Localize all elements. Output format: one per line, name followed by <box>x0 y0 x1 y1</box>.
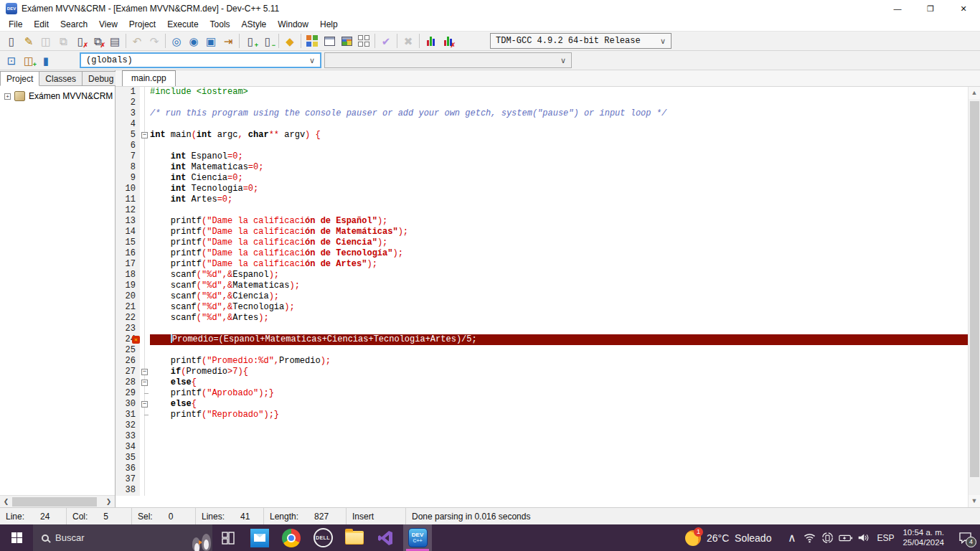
undo-button[interactable]: ↶ <box>128 32 146 50</box>
compiler-select[interactable]: TDM-GCC 4.9.2 64-bit Release ∨ <box>490 33 672 49</box>
add-to-project-button[interactable]: ▯+ <box>242 32 259 50</box>
menu-window[interactable]: Window <box>272 18 314 31</box>
line-number: 17 <box>116 259 140 270</box>
close-file-button[interactable]: ▯✗ <box>72 32 89 50</box>
mail-app-button[interactable] <box>245 524 274 551</box>
fold-margin[interactable]: − <box>140 367 150 377</box>
menu-search[interactable]: Search <box>55 18 93 31</box>
profile-delete-button[interactable]: ✗ <box>439 32 456 50</box>
menu-file[interactable]: File <box>3 18 28 31</box>
visual-studio-icon <box>377 529 395 547</box>
class-browser-toolbar: ⊡◫+▮ (globals) ∨ ∨ <box>0 51 980 70</box>
project-tree-root[interactable]: + Exámen MVVN&CRM <box>1 91 113 101</box>
line-number: 15 <box>116 237 140 248</box>
code-line-15: 15 printf("Dame la calificación de Cienc… <box>116 237 968 248</box>
line-number: 30 <box>116 399 140 410</box>
goto-declaration-button[interactable]: ⊡ <box>3 52 20 69</box>
menu-tools[interactable]: Tools <box>204 18 236 31</box>
hscroll-thumb[interactable] <box>12 497 97 507</box>
open-file-button[interactable]: ✎ <box>20 32 37 50</box>
members-select[interactable]: ∨ <box>324 52 572 68</box>
code-line-13: 13 printf("Dame la calificación de Españ… <box>116 216 968 227</box>
run-button[interactable] <box>321 32 338 50</box>
project-properties-button[interactable]: ◆ <box>281 32 298 50</box>
notification-badge: 4 <box>966 537 976 547</box>
fold-margin[interactable]: − <box>140 130 150 141</box>
profile-button[interactable] <box>422 32 439 50</box>
compile-button[interactable] <box>303 32 321 50</box>
scroll-left-icon[interactable]: ❮ <box>0 498 12 505</box>
abort-compilation-button[interactable]: ✖ <box>400 32 417 50</box>
rebuild-all-button[interactable] <box>355 32 372 50</box>
battery-icon[interactable] <box>837 524 854 551</box>
file-explorer-button[interactable] <box>340 524 369 551</box>
toggle-bookmarks-button[interactable]: ▮ <box>37 52 55 69</box>
menu-execute[interactable]: Execute <box>161 18 204 31</box>
menu-project[interactable]: Project <box>123 18 161 31</box>
code-line-12: 12 <box>116 205 968 216</box>
tab-main-cpp[interactable]: main.cpp <box>122 70 176 86</box>
clock-date: 25/04/2024 <box>903 538 944 548</box>
scroll-down-icon[interactable]: ▼ <box>969 495 980 507</box>
save-button[interactable]: ◫ <box>37 32 55 50</box>
goto-line-button[interactable]: ▣ <box>202 32 220 50</box>
restore-button[interactable]: ❐ <box>914 0 947 17</box>
start-button[interactable] <box>0 524 33 551</box>
clock[interactable]: 10:54 a. m. 25/04/2024 <box>903 528 944 547</box>
close-all-button[interactable]: ⧉✗ <box>89 32 106 50</box>
new-source-file-button[interactable]: ◫+ <box>20 52 37 69</box>
menu-edit[interactable]: Edit <box>28 18 55 31</box>
task-view-button[interactable] <box>214 524 242 551</box>
find-button[interactable]: ◎ <box>168 32 185 50</box>
editor-vscrollbar[interactable]: ▲ ▼ <box>968 87 980 507</box>
fold-margin[interactable]: − <box>140 377 150 388</box>
line-number: 25 <box>116 345 140 356</box>
tab-project[interactable]: Project <box>0 71 39 86</box>
vscroll-thumb[interactable] <box>970 101 979 477</box>
close-button[interactable]: ✕ <box>947 0 980 17</box>
chevron-down-icon: ∨ <box>560 56 566 65</box>
code-line-17: 17 printf("Dame la calificación de Artes… <box>116 259 968 270</box>
visual-studio-button[interactable] <box>372 524 400 551</box>
syntax-check-button[interactable]: ✔ <box>377 32 395 50</box>
line-number: 28 <box>116 377 140 388</box>
code-line-38: 38 <box>116 485 968 496</box>
weather-widget[interactable]: 1 26°C Soleado <box>685 530 771 546</box>
notification-center-button[interactable]: 4 <box>950 524 980 551</box>
print-button[interactable]: ▤ <box>106 32 123 50</box>
taskbar-search[interactable]: Buscar <box>33 524 212 551</box>
fold-margin <box>140 474 150 485</box>
devcpp-app-button[interactable]: DEVC++ <box>403 524 432 551</box>
chrome-app-button[interactable] <box>277 524 306 551</box>
menu-view[interactable]: View <box>93 18 123 31</box>
line-number: 20 <box>116 291 140 302</box>
code-editor[interactable]: 1#include <iostream>23/* run this progra… <box>116 87 980 507</box>
scroll-right-icon[interactable]: ❯ <box>103 498 115 505</box>
save-all-button[interactable]: ⧉ <box>55 32 72 50</box>
your-phone-icon[interactable] <box>819 524 837 551</box>
globals-select[interactable]: (globals) ∨ <box>80 52 321 68</box>
code-line-7: 7 int Espanol=0; <box>116 151 968 162</box>
volume-icon[interactable] <box>854 524 872 551</box>
tab-classes[interactable]: Classes <box>39 71 83 86</box>
language-indicator[interactable]: ESP <box>872 533 898 543</box>
scroll-up-icon[interactable]: ▲ <box>969 87 980 99</box>
remove-from-project-button[interactable]: ▯− <box>259 32 276 50</box>
replace-button[interactable]: ◉ <box>185 32 202 50</box>
menu-astyle[interactable]: AStyle <box>236 18 273 31</box>
tray-expand-button[interactable]: ∧ <box>783 524 801 551</box>
compile-run-button[interactable] <box>338 32 355 50</box>
status-line: Line:24 <box>0 508 67 524</box>
minimize-button[interactable]: — <box>881 0 914 17</box>
dell-app-button[interactable]: DELL <box>308 524 337 551</box>
fold-margin <box>140 313 150 324</box>
redo-button[interactable]: ↷ <box>146 32 163 50</box>
tab-debug[interactable]: Debug <box>83 71 120 86</box>
menu-help[interactable]: Help <box>314 18 344 31</box>
expand-icon[interactable]: + <box>4 93 11 100</box>
project-panel-hscrollbar[interactable]: ❮ ❯ <box>0 495 115 507</box>
swap-header-source-button[interactable]: ⇥ <box>220 32 237 50</box>
new-file-button[interactable]: ▯ <box>3 32 20 50</box>
wifi-icon[interactable] <box>801 524 819 551</box>
fold-margin[interactable]: − <box>140 399 150 410</box>
